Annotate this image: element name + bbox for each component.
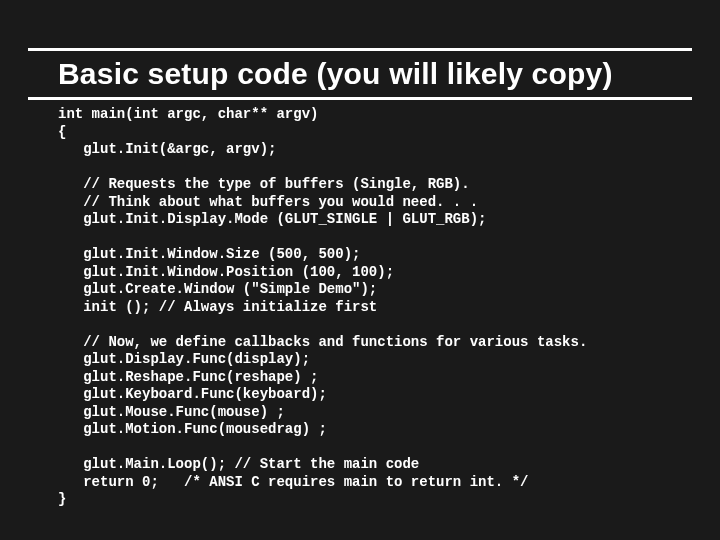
slide: Basic setup code (you will likely copy) …: [0, 0, 720, 540]
slide-title: Basic setup code (you will likely copy): [58, 57, 692, 91]
code-block: int main(int argc, char** argv) { glut.I…: [58, 106, 692, 509]
divider-under-title: [28, 97, 692, 100]
divider-top: [28, 48, 692, 51]
